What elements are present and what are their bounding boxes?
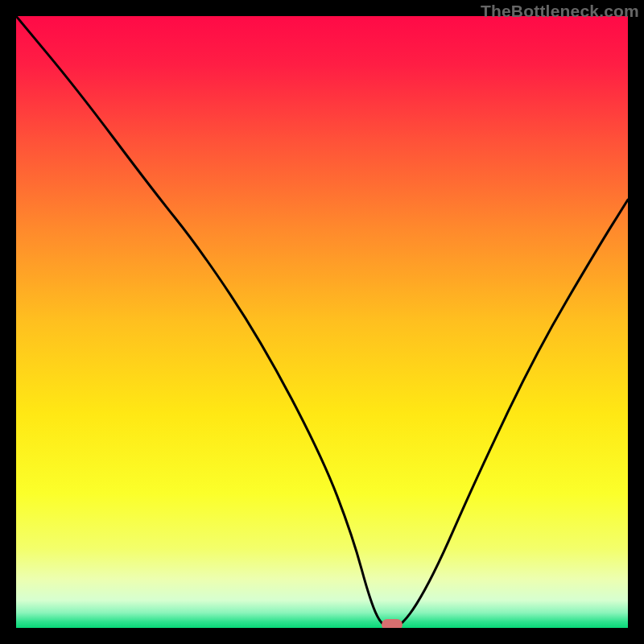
chart-frame: TheBottleneck.com <box>0 0 644 644</box>
bottleneck-curve <box>16 16 628 628</box>
plot-area <box>16 16 628 628</box>
watermark-label: TheBottleneck.com <box>481 2 639 21</box>
optimal-point-marker <box>382 619 402 628</box>
